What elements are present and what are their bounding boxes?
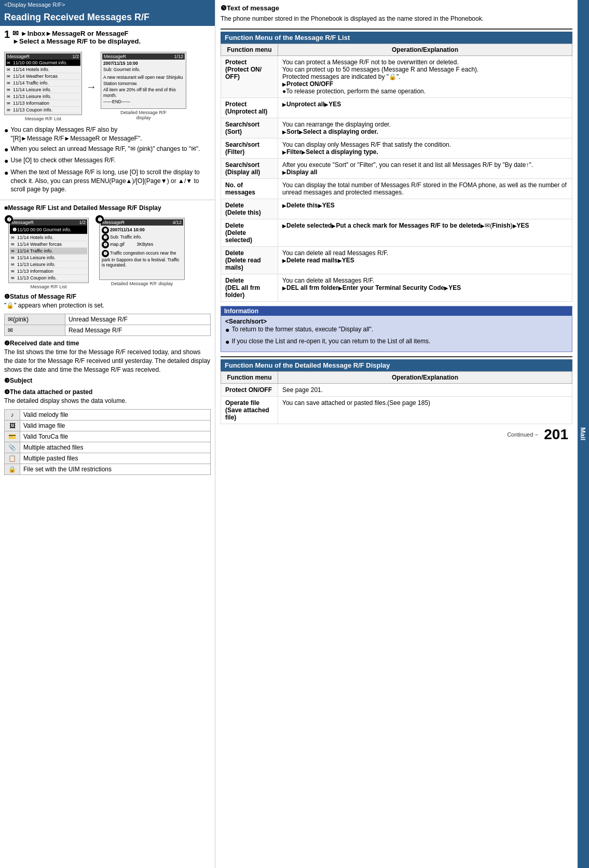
screen-row: ✉ 11/13 Coupon info. [10, 275, 87, 282]
screen-count: 1/2 [72, 54, 79, 59]
annotation-2-title: ❷Received date and time [4, 340, 211, 347]
table-header-row: Function menu Operation/Explanation [221, 44, 572, 56]
func-menu-cell: Search/sort(Display all) [221, 159, 278, 179]
badge-5-inline: ❺Traffic congestion occurs near the park… [102, 250, 182, 268]
screen-row: ✉ 11/14 Leisure info. [10, 255, 87, 261]
data-label: File set with the UIM restrictions [20, 464, 211, 475]
data-icon: 🔒 [5, 464, 20, 475]
func-menu-cell: Search/sort(Filter) [221, 138, 278, 159]
screen-row-highlighted: ✉ 11/14 Traffic info. [10, 248, 87, 255]
status-icon: ✉ [5, 325, 65, 335]
numbered-detail-caption: Detailed Message R/F display [99, 281, 185, 286]
numbered-screenshots: ❷ MessageR 1/2 ❶ 11/10 00:00 Gourmet inf… [0, 216, 215, 291]
table-row: Protect(Protect ON/OFF) You can protect … [221, 56, 572, 98]
list-screen-wrapper: MessageR 1/2 ✉ 11/10 00:00 Gourmet info.… [4, 52, 82, 121]
table-row: 🔒 File set with the UIM restrictions [5, 464, 211, 475]
screenshots-row1: MessageR 1/2 ✉ 11/10 00:00 Gourmet info.… [0, 50, 215, 123]
display-header-label: <Display Message R/F> [4, 2, 65, 8]
annotation-3: ❸Subject [0, 375, 215, 387]
page-header-main: Reading Received Messages R/F [0, 9, 215, 26]
page-number: 201 [544, 426, 568, 443]
email-icon: ✉ [12, 29, 19, 37]
bullet-2: ● When you select an unread Message R/F,… [4, 145, 211, 155]
annotation-1-title: ❶Status of Message R/F [4, 293, 211, 300]
data-label: Multiple attached files [20, 442, 211, 453]
table-row: No. ofmessages You can display the total… [221, 179, 572, 199]
func-menu-cell: Delete(DEL all frmfolder) [221, 274, 278, 302]
annotation-4-body: The detailed display shows the data volu… [4, 397, 211, 405]
table-row: ✉ Read Message R/F [5, 325, 211, 335]
bullet-dot: ● [4, 125, 8, 136]
numbered-detail-screen: ❶ MessageR 4/12 ❷2007/11/14 10:00 ❸Sub: … [99, 218, 185, 280]
status-label: Unread Message R/F [65, 314, 210, 325]
screen-titlebar: MessageR 4/12 [101, 219, 183, 226]
func-menu-cell: Protect(Unprotect all) [221, 98, 278, 118]
operation-cell: You can display the total number of Mess… [278, 179, 572, 199]
status-label: Read Message R/F [65, 325, 210, 335]
status-icon: ✉(pink) [5, 314, 65, 325]
bullet-dot: ● [4, 168, 8, 178]
screen-row: ✉ 11/14 Weather forcas [10, 241, 87, 248]
numbered-detail-wrapper: ❶ MessageR 4/12 ❷2007/11/14 10:00 ❸Sub: … [99, 218, 185, 286]
col-func-menu: Function menu [221, 44, 278, 56]
func-menu-cell: Delete(Delete readmails) [221, 247, 278, 274]
data-icon: 📎 [5, 442, 20, 453]
step-section: 1 ✉ ►Inbox►MessageR or MessageF ►Select … [0, 26, 215, 50]
table-row: Delete(Delete readmails) You can delete … [221, 247, 572, 274]
operation-cell: You can save attached or pasted files.(S… [278, 397, 572, 424]
info-box-header: Information [221, 306, 572, 316]
table-row: 📋 Multiple pasted files [5, 453, 211, 464]
operation-cell: Unprotect allYES [278, 98, 572, 118]
info-bullet-2: ● If you close the List and re-open it, … [225, 337, 568, 347]
info-bullet-1: ● To return to the former status, execut… [225, 325, 568, 335]
detail-body: 2007/11/15 10:00 Sub: Gourmet info. A ne… [102, 60, 185, 106]
detail-titlebar: MessageR 1/12 [102, 53, 185, 60]
func-menu-cell: Delete(Delete this) [221, 199, 278, 219]
data-icon: 🖼 [5, 421, 20, 431]
email-icon-row: ✉ [7, 61, 13, 65]
table-row: Delete(Delete this) Delete thisYES [221, 199, 572, 219]
screen-row: ✉ 11/13 Coupon info. [6, 107, 80, 114]
step1-line: 1 ✉ ►Inbox►MessageR or MessageF ►Select … [4, 29, 211, 45]
operation-cell: Delete thisYES [278, 199, 572, 219]
table-row: Delete(DEL all frmfolder) You can delete… [221, 274, 572, 302]
status-table: ✉(pink) Unread Message R/F ✉ Read Messag… [4, 314, 211, 336]
badge-1-inline: ❶ [11, 226, 17, 233]
bullet-4: ● When the text of Message R/F is long, … [4, 168, 211, 194]
mail-text: Mail [579, 427, 587, 440]
text-of-msg-title: ❺Text of message [221, 4, 572, 12]
operation-cell: You can delete all Messages R/F. DEL all… [278, 274, 572, 302]
screen-row: ✉ 11/14 Weather forcas [6, 73, 80, 80]
col-func-menu: Function menu [221, 372, 278, 384]
detail-screen-wrapper: MessageR 1/12 2007/11/15 10:00 Sub: Gour… [101, 52, 186, 120]
operation-cell: Delete selectedPut a check mark for Mess… [278, 219, 572, 247]
col-operation: Operation/Explanation [278, 372, 572, 384]
heavy-divider-2 [221, 356, 572, 357]
annotation-4: ❹The data attached or pasted The detaile… [0, 387, 215, 407]
screen-row: ✉ 11/14 Leisure info. [6, 87, 80, 93]
table-row: Search/sort(Display all) After you execu… [221, 159, 572, 179]
screen-row: ✉ 11/13 Information [6, 100, 80, 107]
step1-text-line1: ✉ ►Inbox►MessageR or MessageF [12, 29, 141, 37]
badge-2-inline: ❷2007/11/14 10:00 [102, 227, 182, 234]
func-menu-cell: Search/sort(Sort) [221, 118, 278, 138]
data-table: ♪ Valid melody file 🖼 Valid image file 💳… [4, 409, 211, 475]
right-column: ❺Text of message The phone number stored… [215, 0, 578, 868]
step-number: 1 [4, 29, 10, 39]
table-row: 🖼 Valid image file [5, 421, 211, 431]
bullet-1: ● You can display Messages R/F also by"[… [4, 125, 211, 143]
screen-titlebar: MessageR 1/2 [6, 53, 80, 60]
func-menu-detail-header: Function Menu of the Detailed Message R/… [221, 359, 572, 371]
heavy-divider [221, 29, 572, 30]
annotation-4-title: ❹The data attached or pasted [4, 388, 211, 396]
list-screen-caption: Message R/F List [4, 116, 82, 121]
table-row: ♪ Valid melody file [5, 410, 211, 421]
func-menu-list-table: Function menu Operation/Explanation Prot… [221, 44, 572, 302]
divider [0, 200, 215, 200]
table-row: Delete(Deleteselected) Delete selectedPu… [221, 219, 572, 247]
annotation-3-title: ❸Subject [4, 377, 211, 384]
func-menu-list-header: Function Menu of the Message R/F List [221, 32, 572, 44]
message-list-screen: MessageR 1/2 ✉ 11/10 00:00 Gourmet info.… [4, 52, 82, 115]
table-row: Protect ON/OFF See page 201. [221, 384, 572, 397]
screen-row: ✉ 11/14 Hotels info. [6, 66, 80, 73]
